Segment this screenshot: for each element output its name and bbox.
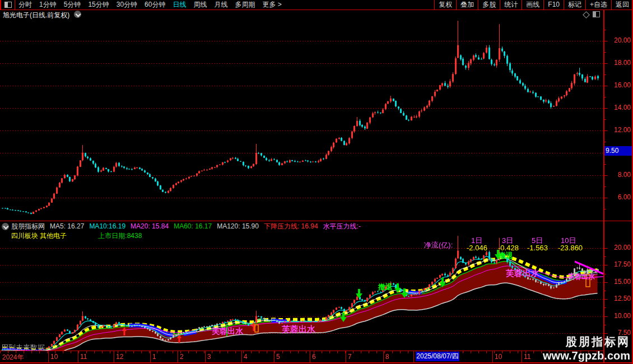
axis-tick (604, 274, 606, 274)
indicator-value-label: 下降压力线: 16.94 (264, 222, 318, 230)
toolbar-button[interactable]: 标记 (564, 0, 585, 10)
sector-label: 四川板块 其他电子 (11, 232, 67, 240)
axis-tick (604, 209, 606, 209)
period-tab[interactable]: 周线 (193, 0, 207, 10)
price-highlight-badge: 9.50 (604, 146, 632, 156)
toolbar-button[interactable]: 统计 (500, 0, 522, 10)
month-label: 2024年 (2, 353, 24, 362)
month-separator (492, 351, 493, 362)
month-label: 6 (312, 353, 316, 361)
bottom-border (0, 362, 633, 363)
signal-annotation: 芙蓉出水 (212, 326, 243, 337)
period-tab[interactable]: 60分钟 (145, 0, 165, 10)
collapse-chevron-icon[interactable] (2, 223, 9, 230)
date-axis-ticks (0, 351, 604, 353)
period-tab[interactable]: 15分钟 (88, 0, 109, 10)
toolbar-button[interactable]: 画线 (522, 0, 543, 10)
period-tab[interactable]: 日线 (173, 0, 186, 10)
price-label: 20.00 (607, 36, 631, 44)
watermark-url: www.7gpzb.com (532, 349, 630, 362)
axis-tick (604, 186, 606, 187)
month-separator (178, 351, 178, 362)
signal-annotation: 撤退 (378, 282, 393, 292)
axis-tick (604, 256, 606, 257)
axis-tick (604, 164, 606, 165)
signal-annotation: 撤退 (499, 251, 513, 261)
month-separator (274, 351, 274, 362)
axis-tick (604, 325, 606, 325)
signal-annotation: 芙蓉出水 (506, 268, 539, 279)
trading-app-window: 分时1分钟5分钟15分钟30分钟60分钟日线周线月线多周期更多 > 复权叠加多股… (0, 0, 633, 364)
layout-toggle-button[interactable] (1, 0, 15, 10)
month-separator (241, 351, 242, 362)
axis-tick (604, 265, 608, 265)
watermark-brand: 股朋指标网 (532, 334, 630, 349)
month-label: 10 (495, 353, 502, 361)
net-flow-value: -2.046 (467, 244, 487, 252)
axis-tick (604, 97, 606, 97)
net-flow-title: 净流(亿): (424, 240, 453, 250)
axis-tick (604, 307, 606, 308)
month-separator (150, 351, 151, 362)
period-tab[interactable]: 月线 (214, 0, 227, 10)
toolbar-button[interactable]: 返回 (611, 0, 633, 10)
price-label: 16.00 (607, 81, 631, 89)
split-pane-icon (4, 2, 12, 8)
toolbar-button[interactable]: +自选 (585, 0, 611, 10)
price-label: 18.00 (607, 59, 631, 67)
indicator-value-label: MA5: 16.27 (50, 222, 84, 230)
month-label: 11 (524, 353, 530, 361)
site-watermark: 股朋指标网 www.7gpzb.com (532, 334, 630, 362)
net-flow-value: -23.860 (558, 244, 583, 252)
axis-tick (604, 299, 608, 300)
price-axis-line (603, 10, 604, 363)
signal-annotation: 芙蓉出水 (568, 272, 595, 282)
main-candlestick-chart[interactable] (0, 18, 604, 221)
sector-info-row: 四川板块 其他电子上市日期:8438 (11, 231, 142, 240)
axis-tick (604, 282, 608, 283)
month-label: 8 (385, 353, 389, 361)
month-separator (522, 351, 522, 362)
toolbar-button[interactable]: 复权 (434, 0, 456, 10)
axis-tick (604, 74, 606, 75)
month-separator (383, 351, 384, 362)
price-label: 12.50 (607, 295, 631, 302)
period-tab[interactable]: 1分钟 (39, 0, 57, 10)
period-tab[interactable]: 5分钟 (64, 0, 81, 10)
chevron-down-icon[interactable] (74, 11, 81, 18)
title-bar: 旭光电子(日线.前复权) (0, 10, 633, 18)
period-tab[interactable]: 分时 (18, 0, 32, 10)
price-label: 10.00 (607, 312, 631, 320)
toolbar-button[interactable]: 多股 (478, 0, 500, 10)
axis-tick (604, 119, 606, 120)
price-label: 8.00 (607, 171, 631, 179)
month-label: 11 (80, 353, 87, 361)
net-flow-value: -1.563 (527, 244, 548, 252)
period-tab[interactable]: 多周期 (235, 0, 255, 10)
price-label: 6.00 (607, 193, 631, 201)
axis-tick (604, 175, 608, 176)
month-separator (346, 351, 346, 362)
diamond-icon[interactable] (583, 11, 590, 18)
axis-tick (604, 63, 608, 64)
axis-tick (604, 86, 608, 86)
price-label: 15.00 (607, 278, 631, 286)
month-label: 1 (152, 353, 156, 361)
selected-date-badge: 2025/08/07/四 (416, 352, 459, 361)
signal-annotation: 芙蓉出水 (282, 324, 315, 335)
axis-tick (604, 198, 608, 198)
price-label: 14.00 (607, 104, 631, 111)
indicator-value-label: MA120: 15.90 (217, 222, 259, 230)
month-separator (48, 351, 49, 362)
toolbar-button[interactable]: F10 (543, 0, 564, 10)
period-tab[interactable]: 30分钟 (117, 0, 137, 10)
axis-tick (604, 333, 608, 334)
toolbar-button[interactable]: 叠加 (456, 0, 478, 10)
split-pane-icon[interactable] (593, 11, 600, 17)
axis-tick (604, 248, 608, 249)
period-tab[interactable]: 更多 > (262, 0, 281, 10)
panel-divider (0, 221, 632, 221)
axis-tick (604, 108, 608, 109)
month-label: 12 (116, 353, 123, 361)
top-toolbar: 分时1分钟5分钟15分钟30分钟60分钟日线周线月线多周期更多 > 复权叠加多股… (0, 0, 633, 10)
